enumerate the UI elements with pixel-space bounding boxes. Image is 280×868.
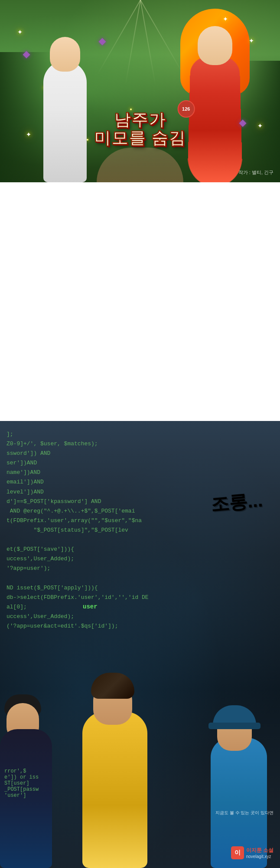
white-gap (0, 182, 280, 421)
bottom-characters (0, 660, 280, 868)
korean-text-overlay: 조롱... (210, 488, 264, 517)
character-bottom-right (198, 703, 280, 868)
code-line-17: ND isset($_POST['apply'])){ (7, 583, 273, 593)
char-left-body (0, 729, 52, 868)
char-center-hair (91, 673, 134, 699)
bottom-code-line-1: rror',$ (4, 768, 39, 774)
character-female (172, 17, 258, 182)
code-content: ]; Z0-9]+/', $user, $matches); ssword'])… (0, 421, 280, 640)
sparkle-icon-3: ✦ (26, 128, 31, 139)
code-line-21: ('?app=user&act=edit'.$qs['id']); (7, 621, 273, 631)
logo-text-wrapper: 이지툰 소설 novelagit.xyz (246, 847, 273, 859)
char-center-body (82, 712, 147, 868)
author-credit: 작가 : 별티, 긴구 (238, 169, 273, 176)
sparkle-icon-4: ✦ (257, 120, 263, 130)
site-logo[interactable]: 이 이지툰 소설 novelagit.xyz (231, 846, 273, 859)
code-line-12 (7, 535, 273, 545)
code-line-11: "$_POST[status]","$_POST[lev (7, 526, 273, 535)
code-section: ]; Z0-9]+/', $user, $matches); ssword'])… (0, 421, 280, 868)
bottom-code-line-5: 'user'] (4, 792, 39, 799)
code-line-19: al[0]; (7, 602, 273, 612)
cover-title: 126 남주가 미모를 숨김 (94, 111, 186, 148)
title-line2: 미모를 숨김 (94, 129, 186, 148)
character-female-dress (187, 56, 243, 182)
code-line-1: ]; (7, 430, 273, 439)
code-line-13: et($_POST['save'])){ (7, 545, 273, 554)
firefly-2 (130, 108, 132, 110)
page-container: ✦ ✦ ✦ ✦ ✦ 126 남주가 미모를 숨김 작가 : 별티, 긴구 ]; … (0, 0, 280, 868)
promo-text: 지금도 볼 수 있는 곳이 있다면 (215, 810, 273, 816)
code-line-15: '?app=user'); (7, 564, 273, 573)
bottom-code-line-4: _POST[passw (4, 786, 39, 792)
cover-section: ✦ ✦ ✦ ✦ ✦ 126 남주가 미모를 숨김 작가 : 별티, 긴구 (0, 0, 280, 182)
code-line-14: uccess',User_Added); (7, 554, 273, 564)
user-text: user (83, 603, 98, 610)
code-line-5: name'])AND (7, 468, 273, 477)
sparkle-icon-5: ✦ (223, 13, 228, 23)
code-line-4: ser'])AND (7, 458, 273, 468)
character-bottom-center (69, 668, 165, 868)
code-line-20: uccess',User_Added); (7, 612, 273, 621)
bottom-code-area: rror',$ e']) or iss ST[user] _POST[passw… (0, 768, 43, 799)
code-line-18: db->select(FDBPrefix.'user','id','','id … (7, 593, 273, 602)
character-female-head (198, 26, 232, 65)
title-line1: 남주가 (94, 111, 186, 129)
sparkle-icon-1: ✦ (17, 26, 23, 36)
code-line-3: ssword']) AND (7, 449, 273, 458)
code-line-6: email'])AND (7, 477, 273, 487)
code-line-16 (7, 573, 273, 583)
title-text: 남주가 미모를 숨김 (94, 111, 186, 148)
char-right-hat-brim (208, 723, 260, 729)
logo-icon: 이 (231, 846, 244, 859)
code-line-2: Z0-9]+/', $user, $matches); (7, 439, 273, 449)
bottom-code-line-3: ST[user] (4, 780, 39, 786)
sparkle-icon-2: ✦ (249, 35, 254, 45)
logo-sub-text: novelagit.xyz (246, 854, 273, 859)
bottom-code-line-2: e']) or iss (4, 774, 39, 780)
logo-main-text: 이지툰 소설 (246, 847, 273, 854)
character-male-body (43, 61, 87, 182)
character-male-head (50, 37, 80, 72)
code-line-10: t(FDBPrefix.'user',array("","$user","$na (7, 516, 273, 526)
